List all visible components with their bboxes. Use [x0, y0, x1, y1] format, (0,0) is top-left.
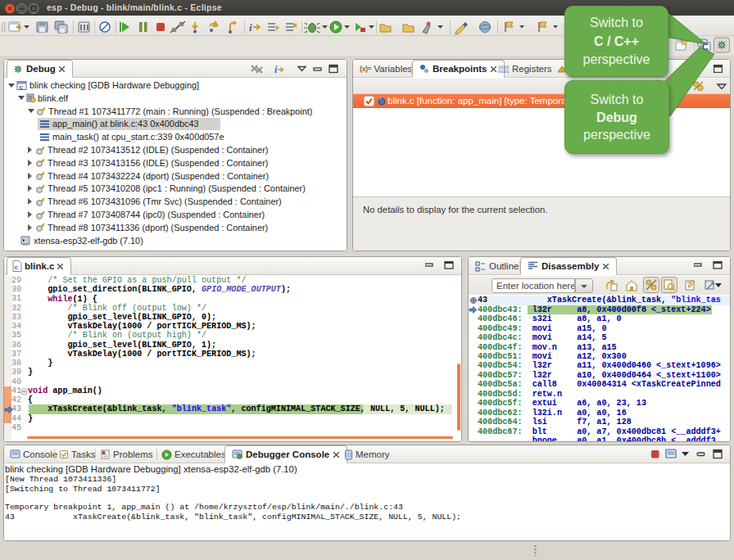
svg-text:0101: 0101 [498, 69, 509, 74]
svg-text:c: c [15, 264, 19, 271]
svg-text:i: i [274, 64, 278, 75]
svg-text:i: i [249, 21, 252, 34]
svg-text:c: c [20, 83, 24, 90]
